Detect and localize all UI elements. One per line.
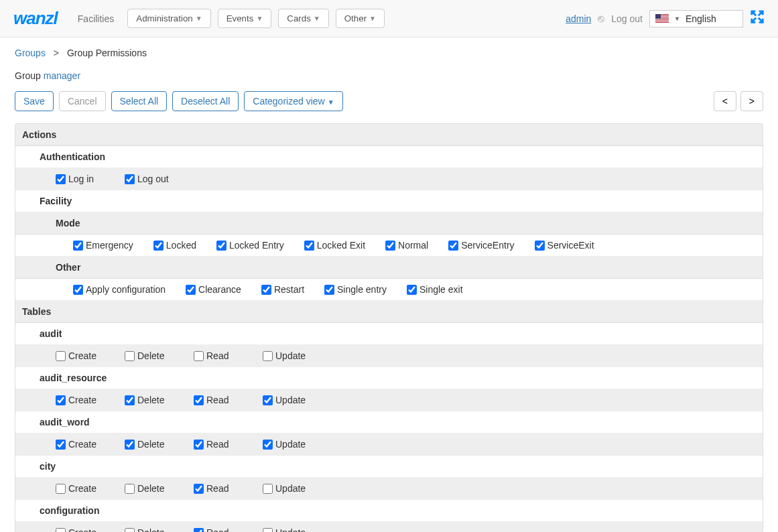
perm-label: Read [206, 395, 229, 405]
save-button[interactable]: Save [15, 91, 54, 111]
perm-locked-entry[interactable]: Locked Entry [216, 240, 284, 251]
checkbox-login[interactable] [56, 174, 66, 184]
perm-locked-exit[interactable]: Locked Exit [304, 240, 365, 251]
checkbox-audit-update[interactable] [263, 351, 273, 361]
admin-link[interactable]: admin [566, 13, 591, 24]
perm-configuration-read[interactable]: Read [194, 527, 257, 532]
checkbox-locked-entry[interactable] [216, 241, 226, 251]
prev-button[interactable]: < [714, 91, 736, 111]
perm-label: Read [206, 439, 229, 450]
perm-audit_resource-delete[interactable]: Delete [125, 395, 188, 405]
perm-emergency[interactable]: Emergency [73, 240, 133, 251]
perm-audit_word-delete[interactable]: Delete [125, 439, 188, 450]
checkbox-city-create[interactable] [56, 484, 66, 494]
perm-single-entry[interactable]: Single entry [324, 284, 387, 295]
checkbox-audit_word-read[interactable] [194, 440, 204, 450]
perm-single-exit[interactable]: Single exit [407, 284, 463, 295]
perm-label: Create [68, 350, 96, 361]
checkbox-locked[interactable] [153, 241, 164, 251]
logout-icon[interactable]: ⎋ [598, 13, 604, 25]
checkbox-audit_resource-delete[interactable] [125, 395, 135, 405]
perm-label: Read [206, 350, 229, 361]
checkbox-audit-create[interactable] [56, 351, 66, 361]
breadcrumb-groups[interactable]: Groups [15, 48, 46, 58]
perm-audit-update[interactable]: Update [263, 350, 326, 361]
perm-label: Read [206, 527, 229, 532]
perm-label: Single entry [337, 284, 387, 295]
nav-administration[interactable]: Administration▼ [127, 9, 210, 28]
checkbox-audit_resource-update[interactable] [263, 395, 273, 405]
perm-audit_word-create[interactable]: Create [56, 439, 119, 450]
checkbox-audit_resource-read[interactable] [194, 395, 204, 405]
checkbox-city-read[interactable] [194, 484, 204, 494]
checkbox-emergency[interactable] [73, 241, 83, 251]
deselect-all-button[interactable]: Deselect All [172, 91, 239, 111]
perm-restart[interactable]: Restart [261, 284, 304, 295]
fullscreen-icon[interactable] [750, 9, 765, 28]
perm-apply-config[interactable]: Apply configuration [73, 284, 166, 295]
perm-logout[interactable]: Log out [125, 174, 188, 184]
perm-login[interactable]: Log in [56, 174, 119, 184]
checkbox-city-update[interactable] [263, 484, 273, 494]
flag-us-icon [655, 14, 669, 23]
select-all-button[interactable]: Select All [111, 91, 168, 111]
checkbox-logout[interactable] [125, 174, 135, 184]
checkbox-service-exit[interactable] [535, 241, 545, 251]
checkbox-city-delete[interactable] [125, 484, 135, 494]
perm-label: Log in [68, 174, 94, 184]
checkbox-configuration-update[interactable] [263, 528, 273, 533]
perm-configuration-update[interactable]: Update [263, 527, 326, 532]
perm-normal[interactable]: Normal [385, 240, 428, 251]
perm-audit-delete[interactable]: Delete [125, 350, 188, 361]
perm-city-create[interactable]: Create [56, 483, 119, 494]
checkbox-audit_word-create[interactable] [56, 440, 66, 450]
perm-audit_resource-read[interactable]: Read [194, 395, 257, 405]
perm-configuration-delete[interactable]: Delete [125, 527, 188, 532]
cancel-button[interactable]: Cancel [59, 91, 106, 111]
perm-locked[interactable]: Locked [153, 240, 196, 251]
checkbox-audit_word-delete[interactable] [125, 440, 135, 450]
categorized-view-button[interactable]: Categorized view▼ [244, 91, 342, 111]
checkbox-single-exit[interactable] [407, 285, 417, 295]
checkbox-audit_word-update[interactable] [263, 440, 273, 450]
perm-audit_word-update[interactable]: Update [263, 439, 326, 450]
language-select[interactable]: ▼ English [649, 10, 743, 27]
checkbox-configuration-read[interactable] [194, 528, 204, 533]
permissions-table: Actions Authentication Log in Log out Fa… [15, 123, 763, 532]
checkbox-audit-read[interactable] [194, 351, 204, 361]
perm-configuration-create[interactable]: Create [56, 527, 119, 532]
nav-facilities[interactable]: Facilities [71, 9, 121, 28]
checkbox-single-entry[interactable] [324, 285, 334, 295]
perm-audit-create[interactable]: Create [56, 350, 119, 361]
nav-other[interactable]: Other▼ [336, 9, 385, 28]
section-facility: Facility [15, 190, 763, 212]
logout-link[interactable]: Log out [611, 13, 643, 24]
checkbox-audit-delete[interactable] [125, 351, 135, 361]
perm-audit-read[interactable]: Read [194, 350, 257, 361]
perm-row-city: CreateDeleteReadUpdate [15, 478, 763, 500]
checkbox-audit_resource-create[interactable] [56, 395, 66, 405]
nav-cards[interactable]: Cards▼ [278, 9, 328, 28]
perm-audit_resource-update[interactable]: Update [263, 395, 326, 405]
perm-service-entry[interactable]: ServiceEntry [448, 240, 514, 251]
checkbox-restart[interactable] [261, 285, 271, 295]
next-button[interactable]: > [740, 91, 763, 111]
perm-city-delete[interactable]: Delete [125, 483, 188, 494]
perm-service-exit[interactable]: ServiceExit [535, 240, 594, 251]
checkbox-configuration-create[interactable] [56, 528, 66, 533]
checkbox-clearance[interactable] [186, 285, 196, 295]
perm-audit_word-read[interactable]: Read [194, 439, 257, 450]
checkbox-normal[interactable] [385, 241, 395, 251]
perm-clearance[interactable]: Clearance [186, 284, 241, 295]
perm-audit_resource-create[interactable]: Create [56, 395, 119, 405]
checkbox-configuration-delete[interactable] [125, 528, 135, 533]
group-name-link[interactable]: manager [44, 70, 80, 81]
perm-city-read[interactable]: Read [194, 483, 257, 494]
checkbox-apply-config[interactable] [73, 285, 83, 295]
checkbox-service-entry[interactable] [448, 241, 458, 251]
perm-city-update[interactable]: Update [263, 483, 326, 494]
checkbox-locked-exit[interactable] [304, 241, 314, 251]
perm-label: Locked Entry [229, 240, 284, 251]
nav-events[interactable]: Events▼ [218, 9, 272, 28]
perm-label: Delete [137, 395, 164, 405]
